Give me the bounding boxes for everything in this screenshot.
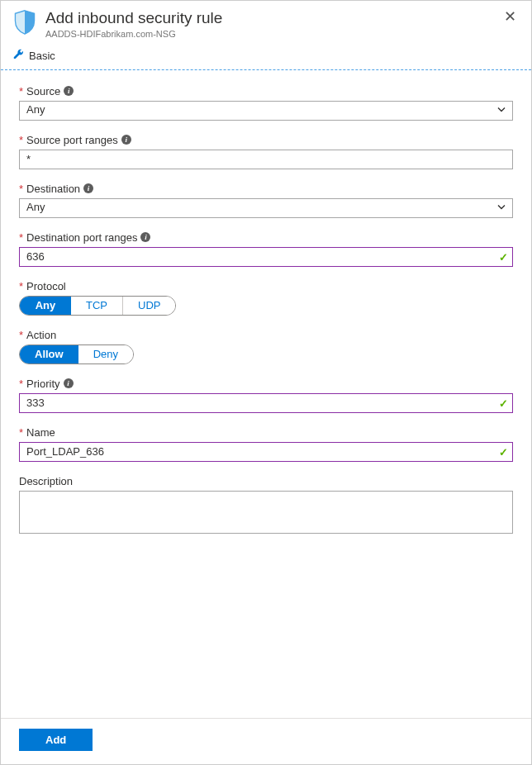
footer: Add — [1, 718, 531, 764]
label-destination: Destination — [26, 183, 80, 195]
label-source-port-ranges: Source port ranges — [26, 134, 118, 146]
label-action: Action — [26, 329, 56, 341]
destination-select[interactable]: Any — [19, 198, 513, 218]
add-button[interactable]: Add — [19, 729, 93, 751]
info-icon[interactable]: i — [64, 86, 74, 96]
description-textarea[interactable] — [19, 491, 513, 534]
info-icon[interactable]: i — [140, 232, 150, 242]
action-deny-button[interactable]: Deny — [78, 345, 133, 363]
form-area: * Source i Any * Source port ranges i * … — [1, 70, 531, 718]
shield-icon — [12, 9, 37, 36]
source-port-ranges-input[interactable] — [19, 150, 513, 169]
field-action: * Action Allow Deny — [19, 329, 513, 364]
close-button[interactable]: ✕ — [501, 9, 520, 24]
field-protocol: * Protocol Any TCP UDP — [19, 280, 513, 316]
required-marker: * — [19, 378, 23, 390]
toolbar: Basic — [1, 45, 531, 70]
info-icon[interactable]: i — [83, 183, 93, 193]
checkmark-icon: ✓ — [499, 250, 508, 263]
field-source: * Source i Any — [19, 85, 513, 121]
label-description: Description — [19, 475, 73, 487]
protocol-segmented: Any TCP UDP — [19, 296, 176, 316]
protocol-udp-button[interactable]: UDP — [123, 297, 175, 315]
label-priority: Priority — [26, 378, 59, 390]
wrench-icon — [12, 49, 24, 63]
field-name: * Name ✓ — [19, 426, 513, 462]
field-destination: * Destination i Any — [19, 183, 513, 218]
label-source: Source — [26, 85, 60, 97]
field-destination-port-ranges: * Destination port ranges i ✓ — [19, 231, 513, 267]
checkmark-icon: ✓ — [499, 445, 508, 458]
name-input[interactable] — [19, 442, 513, 462]
source-select[interactable]: Any — [19, 101, 513, 121]
checkmark-icon: ✓ — [499, 397, 508, 409]
action-allow-button[interactable]: Allow — [20, 345, 78, 363]
field-description: Description — [19, 475, 513, 536]
label-destination-port-ranges: Destination port ranges — [26, 231, 137, 244]
blade-header: Add inbound security rule AADDS-HDIFabri… — [1, 1, 531, 45]
blade-subtitle: AADDS-HDIFabrikam.com-NSG — [45, 29, 501, 39]
required-marker: * — [19, 183, 23, 195]
basic-toggle[interactable]: Basic — [29, 50, 55, 62]
required-marker: * — [19, 426, 23, 439]
title-block: Add inbound security rule AADDS-HDIFabri… — [45, 9, 501, 39]
required-marker: * — [19, 85, 23, 97]
field-priority: * Priority i ✓ — [19, 378, 513, 413]
field-source-port-ranges: * Source port ranges i — [19, 134, 513, 169]
required-marker: * — [19, 329, 23, 341]
label-protocol: Protocol — [26, 280, 66, 292]
protocol-any-button[interactable]: Any — [20, 297, 71, 315]
priority-input[interactable] — [19, 393, 513, 413]
blade-title: Add inbound security rule — [45, 9, 501, 28]
protocol-tcp-button[interactable]: TCP — [71, 297, 123, 315]
info-icon[interactable]: i — [64, 378, 74, 388]
info-icon[interactable]: i — [121, 135, 131, 145]
required-marker: * — [19, 231, 23, 244]
action-segmented: Allow Deny — [19, 344, 134, 364]
required-marker: * — [19, 134, 23, 146]
label-name: Name — [26, 426, 55, 439]
destination-port-ranges-input[interactable] — [19, 247, 513, 267]
required-marker: * — [19, 280, 23, 292]
